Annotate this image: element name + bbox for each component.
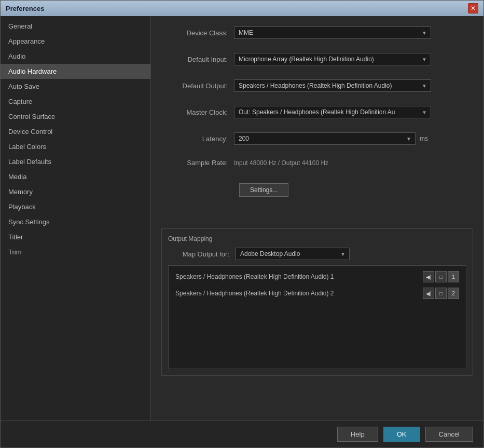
default-output-row: Default Output: Speakers / Headphones (R… [161,79,473,92]
channel-left-btn[interactable]: ◀| [423,288,434,299]
map-output-row: Map Output for: Adobe Desktop Audio [168,248,466,260]
device-class-row: Device Class: MME [161,26,473,39]
latency-row: Latency: 200 ms [161,132,473,145]
default-input-label: Default Input: [161,56,234,63]
latency-label: Latency: [161,135,234,143]
latency-select[interactable]: 200 [234,132,416,145]
device-class-label: Device Class: [161,29,234,37]
default-output-select-wrapper: Speakers / Headphones (Realtek High Defi… [234,79,431,92]
channel-number: 1 [448,271,459,282]
master-clock-label: Master Clock: [161,108,234,116]
map-output-label: Map Output for: [168,250,236,258]
sample-rate-row: Sample Rate: Input 48000 Hz / Output 441… [161,159,473,167]
sample-rate-value: Input 48000 Hz / Output 44100 Hz [234,159,328,167]
default-output-select[interactable]: Speakers / Headphones (Realtek High Defi… [234,79,431,92]
latency-select-wrapper: 200 [234,132,416,145]
channel-number: 2 [448,288,459,299]
sidebar-item-device-control[interactable]: Device Control [1,124,150,139]
map-output-select[interactable]: Adobe Desktop Audio [236,248,350,260]
sidebar-item-audio-hardware[interactable]: Audio Hardware [1,64,150,79]
channel-left-btn[interactable]: ◀| [423,271,434,282]
sidebar-item-general[interactable]: General [1,19,150,34]
default-output-label: Default Output: [161,82,234,90]
channel-name: Speakers / Headphones (Realtek High Defi… [175,273,423,280]
sidebar: GeneralAppearanceAudioAudio HardwareAuto… [1,16,151,420]
device-class-select-wrapper: MME [234,26,431,39]
map-output-select-wrapper: Adobe Desktop Audio [236,248,350,260]
sidebar-item-label-colors[interactable]: Label Colors [1,139,150,154]
sidebar-item-audio[interactable]: Audio [1,49,150,64]
default-output-control: Speakers / Headphones (Realtek High Defi… [234,79,431,92]
output-mapping-section: Output Mapping Map Output for: Adobe Des… [161,228,473,376]
sidebar-item-capture[interactable]: Capture [1,94,150,109]
content-area: Device Class: MME Default Input: Microph… [151,16,483,420]
sidebar-item-trim[interactable]: Trim [1,245,150,260]
output-mapping-title: Output Mapping [168,235,466,242]
help-button[interactable]: Help [337,427,378,442]
sample-rate-label: Sample Rate: [161,159,234,167]
default-input-row: Default Input: Microphone Array (Realtek… [161,53,473,65]
channel-name: Speakers / Headphones (Realtek High Defi… [175,290,423,297]
channel-box-btn[interactable]: □ [435,288,447,299]
latency-unit: ms [420,135,428,142]
sidebar-item-titler[interactable]: Titler [1,229,150,245]
default-input-select-wrapper: Microphone Array (Realtek High Definitio… [234,53,431,65]
sidebar-item-label-defaults[interactable]: Label Defaults [1,154,150,169]
device-class-control: MME [234,26,431,39]
device-class-select[interactable]: MME [234,26,431,39]
dialog-title: Preferences [6,5,44,12]
main-content: GeneralAppearanceAudioAudio HardwareAuto… [1,16,483,420]
channel-buttons: ◀| □ 2 [423,288,459,299]
channel-box-btn[interactable]: □ [435,271,447,282]
sidebar-item-control-surface[interactable]: Control Surface [1,109,150,124]
footer: Help OK Cancel [1,420,483,447]
divider [161,210,473,210]
preferences-dialog: Preferences ✕ GeneralAppearanceAudioAudi… [0,0,484,448]
cancel-button[interactable]: Cancel [425,427,473,442]
master-clock-control: Out: Speakers / Headphones (Realtek High… [234,106,431,118]
title-bar: Preferences ✕ [1,1,483,16]
channel-buttons: ◀| □ 1 [423,271,459,282]
default-input-select[interactable]: Microphone Array (Realtek High Definitio… [234,53,431,65]
sidebar-item-auto-save[interactable]: Auto Save [1,79,150,94]
settings-btn-row: Settings... [161,181,473,197]
sidebar-item-sync-settings[interactable]: Sync Settings [1,214,150,229]
channel-list: Speakers / Headphones (Realtek High Defi… [168,265,466,369]
master-clock-select[interactable]: Out: Speakers / Headphones (Realtek High… [234,106,431,118]
sidebar-item-media[interactable]: Media [1,169,150,184]
sidebar-item-playback[interactable]: Playback [1,199,150,214]
channel-item: Speakers / Headphones (Realtek High Defi… [171,285,463,302]
master-clock-select-wrapper: Out: Speakers / Headphones (Realtek High… [234,106,431,118]
master-clock-row: Master Clock: Out: Speakers / Headphones… [161,106,473,118]
latency-control: 200 ms [234,132,428,145]
ok-button[interactable]: OK [383,427,420,442]
default-input-control: Microphone Array (Realtek High Definitio… [234,53,431,65]
settings-button[interactable]: Settings... [239,183,288,197]
channel-item: Speakers / Headphones (Realtek High Defi… [171,268,463,285]
close-button[interactable]: ✕ [468,3,478,13]
sidebar-item-appearance[interactable]: Appearance [1,34,150,49]
sidebar-item-memory[interactable]: Memory [1,184,150,199]
